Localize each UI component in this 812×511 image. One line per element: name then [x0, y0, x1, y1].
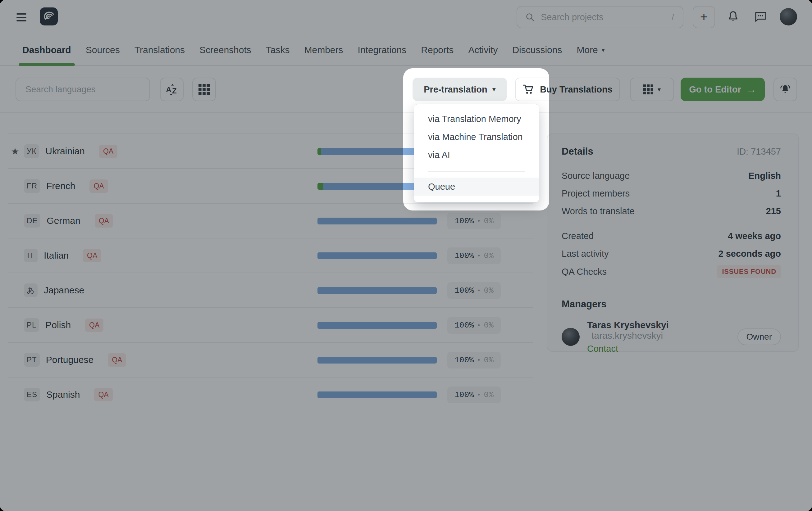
view-options-button[interactable]: ▾ [630, 78, 674, 101]
manager-row: Taras Kryshevskyi taras.kryshevskyi Cont… [562, 320, 781, 354]
progress-percentage-pill: 100% • 0% [447, 317, 501, 334]
search-languages-input[interactable] [25, 84, 138, 95]
translated-segment [317, 357, 437, 364]
language-name: Portuguese [46, 355, 93, 365]
sort-alphabetical-button[interactable]: A Z [160, 78, 183, 101]
menu-divider [428, 171, 525, 172]
language-name: Spanish [46, 389, 80, 400]
progress-percentage-pill: 100% • 0% [447, 213, 501, 230]
top-bar: / + [0, 0, 812, 35]
translated-segment [317, 252, 437, 259]
chevron-down-icon: ▾ [658, 86, 661, 93]
managers-title: Managers [562, 299, 781, 310]
dot-separator: • [477, 252, 481, 260]
translation-progress-bar [317, 357, 437, 364]
approved-segment [317, 148, 321, 155]
details-label: Last activity [562, 249, 609, 259]
language-row[interactable]: ★ PL Polish QA 100% • 0% [8, 307, 533, 342]
nav-tab[interactable]: Reports ▾ [421, 35, 454, 65]
language-code-badge: УК [24, 144, 39, 158]
language-row[interactable]: ★ DE German QA 100% • 0% [8, 203, 533, 238]
nav-tab[interactable]: Sources ▾ [86, 35, 120, 65]
language-name: Japanese [44, 285, 84, 296]
grid-view-button[interactable] [192, 78, 216, 101]
language-name: Italian [44, 250, 69, 261]
nav-tab[interactable]: Screenshots ▾ [199, 35, 251, 65]
qa-issues-badge[interactable]: QA [85, 319, 104, 332]
qa-issues-badge[interactable]: QA [83, 249, 101, 262]
nav-tab-label: Screenshots [199, 45, 251, 55]
language-code-badge: DE [24, 214, 40, 228]
nav-tab[interactable]: Translations ▾ [135, 35, 185, 65]
notifications-button[interactable] [724, 8, 742, 26]
qa-issues-badge[interactable]: QA [94, 388, 112, 401]
hamburger-menu-icon[interactable] [17, 13, 26, 22]
project-notifications-button[interactable] [774, 78, 797, 101]
nav-tab[interactable]: More ▾ [577, 35, 605, 65]
crowdin-bird-icon [42, 10, 55, 23]
language-row[interactable]: ★ あ Japanese QA 100% • 0% [8, 273, 533, 307]
details-value: 215 [766, 206, 781, 216]
project-search: / [517, 6, 684, 28]
dropdown-item-label: via Translation Memory [428, 114, 521, 124]
search-projects-input[interactable] [540, 12, 672, 23]
user-avatar[interactable] [780, 8, 797, 26]
issues-found-badge[interactable]: ISSUES FOUND [717, 265, 781, 278]
crowdin-logo[interactable] [40, 7, 58, 26]
details-label: Words to translate [562, 206, 635, 216]
dropdown-menu-item[interactable]: via Translation Memory [414, 110, 539, 128]
dropdown-item-label: via Machine Translation [428, 132, 523, 142]
language-name: Ukrainian [45, 146, 85, 156]
manager-avatar[interactable] [562, 328, 580, 346]
dropdown-menu-item-queue[interactable]: Queue [414, 178, 539, 196]
contact-link[interactable]: Contact [587, 344, 737, 354]
toolbar-divider [0, 112, 812, 113]
dropdown-item-label: via AI [428, 150, 450, 160]
owner-role-badge: Owner [737, 328, 781, 345]
nav-tab[interactable]: Members ▾ [304, 35, 343, 65]
create-project-button[interactable]: + [693, 6, 715, 28]
svg-text:Z: Z [172, 87, 177, 95]
nav-tab-label: Reports [421, 45, 454, 55]
qa-issues-badge[interactable]: QA [95, 214, 113, 228]
details-row: Created 4 weeks ago 4 weeks ago [562, 230, 781, 242]
qa-issues-badge[interactable]: QA [108, 353, 126, 367]
approved-percent: 0% [484, 321, 494, 330]
nav-tab-label: Sources [86, 45, 120, 55]
dropdown-menu-item[interactable]: via Machine Translation [414, 128, 539, 146]
nav-tab[interactable]: Activity ▾ [468, 35, 498, 65]
manager-name[interactable]: Taras Kryshevskyi [587, 320, 669, 330]
nav-tab-label: Discussions [512, 45, 562, 55]
buy-translations-button[interactable]: Buy Translations [515, 78, 620, 101]
nav-tab[interactable]: Dashboard ▾ [22, 35, 71, 65]
language-row[interactable]: ★ PT Portuguese QA 100% • 0% [8, 342, 533, 377]
grid-icon [643, 85, 653, 94]
chat-icon [754, 10, 767, 23]
dot-separator: • [477, 287, 481, 294]
go-to-editor-button[interactable]: Go to Editor → [680, 78, 765, 101]
dropdown-menu-item[interactable]: via AI [414, 146, 539, 164]
chevron-down-icon: ▾ [602, 46, 605, 54]
star-cell[interactable]: ★ [8, 146, 24, 157]
pretranslation-button[interactable]: Pre-translation ▾ [412, 78, 507, 101]
qa-issues-badge[interactable]: QA [89, 179, 108, 193]
translation-progress-bar [317, 218, 437, 224]
nav-tab-label: More [577, 45, 598, 55]
messages-button[interactable] [752, 8, 769, 26]
details-panel: Details ID: 713457 Source language Engli… [547, 133, 799, 352]
nav-tab[interactable]: Discussions ▾ [512, 35, 562, 65]
language-row[interactable]: ★ ES Spanish QA 100% • 0% [8, 377, 533, 412]
nav-tab-label: Dashboard [22, 45, 71, 55]
details-label: Project members [562, 188, 630, 199]
approved-percent: 0% [484, 390, 494, 399]
qa-issues-badge[interactable]: QA [99, 145, 117, 158]
translation-progress-bar [317, 287, 437, 294]
translated-percent: 100% [455, 356, 474, 365]
language-row[interactable]: ★ IT Italian QA 100% • 0% [8, 238, 533, 273]
language-code-badge: PL [24, 318, 39, 332]
bell-icon [727, 10, 740, 23]
nav-tab[interactable]: Tasks ▾ [266, 35, 290, 65]
manager-username: taras.kryshevskyi [591, 330, 663, 340]
app-window: / + Dashboard ▾ Sources ▾ Translations [0, 0, 812, 511]
nav-tab[interactable]: Integrations ▾ [358, 35, 407, 65]
